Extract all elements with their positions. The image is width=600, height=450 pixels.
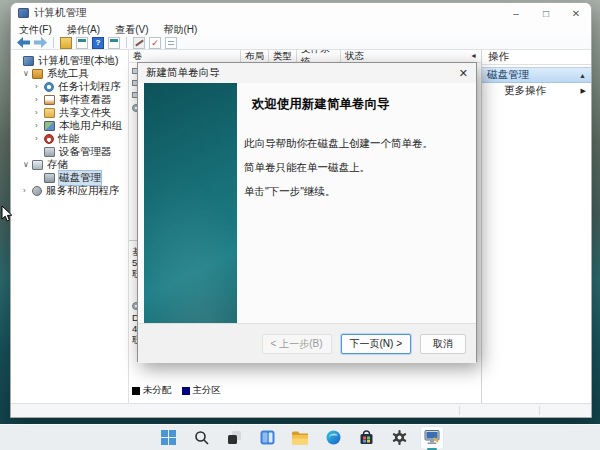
column-filesystem[interactable]: 文件系统	[297, 50, 341, 62]
column-type[interactable]: 类型	[269, 50, 297, 62]
title-bar[interactable]: 计算机管理 – □ ✕	[11, 3, 591, 23]
wizard-heading: 欢迎使用新建简单卷向导	[252, 96, 467, 113]
primary-partition-swatch	[182, 387, 190, 395]
computer-icon	[23, 56, 34, 66]
back-button[interactable]: < 上一步(B)	[262, 334, 332, 354]
event-log-icon	[44, 95, 55, 105]
wizard-button-bar: < 上一步(B) 下一页(N) > 取消	[138, 323, 476, 363]
dialog-title: 新建简单卷向导	[146, 66, 220, 80]
status-bar	[11, 403, 591, 417]
menu-view[interactable]: 查看(V)	[115, 23, 148, 37]
store-icon[interactable]	[354, 426, 378, 450]
tree-item-storage[interactable]: ∨ 存储	[11, 158, 128, 171]
check-document-icon[interactable]	[149, 37, 161, 49]
search-icon[interactable]	[189, 426, 213, 450]
menu-file[interactable]: 文件(F)	[19, 23, 52, 37]
dialog-close-icon[interactable]: ✕	[459, 67, 468, 80]
tree-item-task-scheduler[interactable]: › 任务计划程序	[11, 80, 128, 93]
help-icon[interactable]	[92, 37, 104, 49]
list-form-icon[interactable]	[165, 37, 177, 49]
tree-item-event-viewer[interactable]: › 事件查看器	[11, 93, 128, 106]
action-wand-icon[interactable]	[133, 37, 145, 49]
chevron-open-icon[interactable]: ∨	[23, 160, 32, 169]
users-icon	[44, 121, 55, 131]
cancel-button[interactable]: 取消	[420, 334, 466, 354]
chevron-closed-icon[interactable]: ›	[23, 186, 32, 195]
minimize-icon[interactable]: –	[501, 3, 531, 23]
tree-item-device-manager[interactable]: 设备管理器	[11, 145, 128, 158]
new-simple-volume-wizard-dialog: 新建简单卷向导 ✕ 欢迎使用新建简单卷向导 此向导帮助你在磁盘上创建一个简单卷。…	[137, 62, 477, 362]
toolbar	[11, 36, 591, 50]
window-title: 计算机管理	[34, 6, 87, 20]
menu-bar: 文件(F) 操作(A) 查看(V) 帮助(H)	[11, 23, 591, 36]
chevron-closed-icon[interactable]: ›	[35, 95, 44, 104]
show-console-tree-icon[interactable]	[60, 37, 72, 49]
tree-item-disk-management[interactable]: 磁盘管理	[11, 171, 128, 184]
back-icon[interactable]	[17, 37, 30, 48]
more-actions-item[interactable]: 更多操作 ▶	[482, 83, 591, 98]
computer-management-icon[interactable]	[420, 426, 444, 450]
unallocated-swatch	[132, 387, 140, 395]
forward-icon[interactable]	[34, 37, 47, 48]
chevron-closed-icon[interactable]: ›	[35, 121, 44, 130]
start-icon[interactable]	[156, 426, 180, 450]
menu-help[interactable]: 帮助(H)	[163, 23, 197, 37]
actions-pane: 操作 磁盘管理 ▲ 更多操作 ▶	[481, 50, 591, 403]
tree-item-system-tools[interactable]: ∨ 系统工具	[11, 67, 128, 80]
tree-item-services-applications[interactable]: › 服务和应用程序	[11, 184, 128, 197]
disk-icon	[44, 173, 55, 183]
close-icon[interactable]: ✕	[561, 3, 591, 23]
chevron-open-icon[interactable]: ∨	[23, 69, 32, 78]
task-view-icon[interactable]	[222, 426, 246, 450]
clock-icon	[44, 82, 54, 92]
toolbar-separator	[53, 37, 54, 48]
console-tree: 计算机管理(本地) ∨ 系统工具 › 任务计划程序 › 事件查看器 › 共享文件…	[11, 50, 129, 403]
toolbox-icon	[32, 69, 43, 79]
chevron-closed-icon[interactable]: ›	[35, 134, 44, 143]
services-icon	[32, 186, 42, 196]
chevron-closed-icon[interactable]: ›	[35, 108, 44, 117]
collapse-icon[interactable]: ▲	[579, 72, 586, 79]
wizard-body-text: 此向导帮助你在磁盘上创建一个简单卷。 简单卷只能在单一磁盘上。 单击"下一步"继…	[244, 137, 466, 209]
maximize-icon[interactable]: □	[531, 3, 561, 23]
chevron-closed-icon[interactable]: ›	[35, 82, 44, 91]
taskbar	[0, 424, 600, 450]
tree-item-local-users-groups[interactable]: › 本地用户和组	[11, 119, 128, 132]
partition-legend: 未分配 主分区	[132, 384, 221, 397]
actions-group-disk-management[interactable]: 磁盘管理 ▲	[482, 67, 591, 83]
mouse-cursor	[1, 205, 13, 222]
next-button[interactable]: 下一页(N) >	[341, 334, 412, 354]
dialog-title-bar[interactable]: 新建简单卷向导 ✕	[138, 63, 476, 83]
scroll-left-icon[interactable]: ◄	[470, 52, 477, 59]
tree-item-performance[interactable]: › 性能	[11, 132, 128, 145]
tree-item-shared-folders[interactable]: › 共享文件夹	[11, 106, 128, 119]
tree-root[interactable]: 计算机管理(本地)	[11, 54, 128, 67]
gauge-icon	[44, 134, 54, 144]
wizard-banner-image	[144, 83, 237, 323]
edge-icon[interactable]	[321, 426, 345, 450]
device-manager-icon	[44, 147, 55, 157]
properties-window-icon[interactable]	[108, 37, 120, 49]
column-layout[interactable]: 布局	[241, 50, 269, 62]
menu-action[interactable]: 操作(A)	[67, 23, 100, 37]
app-icon	[18, 8, 29, 18]
storage-icon	[32, 160, 43, 170]
settings-icon[interactable]	[387, 426, 411, 450]
submenu-arrow-icon: ▶	[581, 87, 586, 95]
column-volume[interactable]: 卷	[129, 50, 241, 62]
toolbar-separator	[126, 37, 127, 48]
shared-folder-icon	[44, 108, 55, 118]
column-status[interactable]: 状态	[341, 50, 481, 62]
actions-header: 操作	[482, 50, 591, 65]
file-explorer-icon[interactable]	[288, 426, 312, 450]
widgets-icon[interactable]	[255, 426, 279, 450]
console-window-icon[interactable]	[76, 37, 88, 49]
